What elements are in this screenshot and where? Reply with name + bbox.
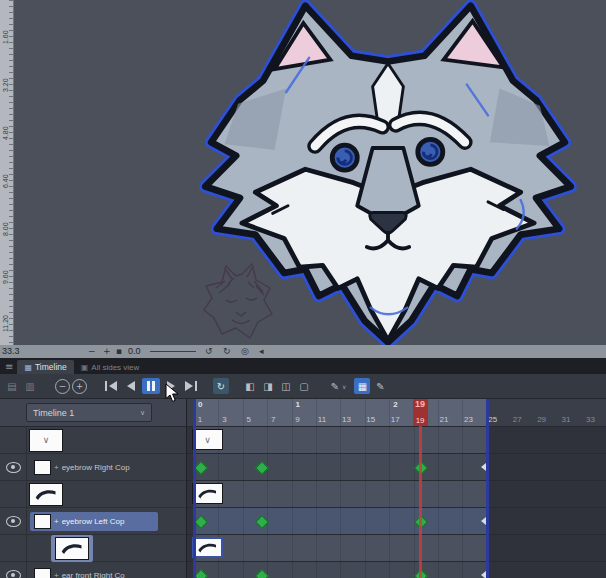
layer-item-ear-front-right[interactable]: + ear front Right Co <box>30 566 129 578</box>
frame-label: 31 <box>560 415 572 424</box>
playhead-frame-number: 19 <box>415 400 425 409</box>
cel-thumbnail-selected[interactable] <box>55 537 89 560</box>
layer-thumbnail <box>34 568 51 578</box>
eye-column <box>0 535 27 561</box>
range-bg <box>194 481 487 507</box>
eye-column <box>0 481 27 507</box>
track-cel-thumbnail-selected[interactable] <box>192 537 223 558</box>
track-area: 19 19 -4-2012135791113151721232527293133… <box>186 399 606 578</box>
edit-tool-icon[interactable]: ✎ <box>327 378 343 394</box>
timeline-zoom-out-button[interactable]: − <box>55 379 70 394</box>
vertical-ruler: 1.60 3.20 4.80 6.40 8.00 9.60 11.20 <box>0 0 14 345</box>
bar-glyph <box>105 381 107 391</box>
timeline-selector-row: Timeline 1 ∨ <box>0 399 186 427</box>
reset-view-icon[interactable]: ◎ <box>241 345 249 358</box>
mouse-cursor <box>165 383 179 403</box>
pen-icon[interactable]: ✎ <box>372 378 388 394</box>
timeline-zoom-in-button[interactable]: + <box>72 379 87 394</box>
rotation-slider[interactable] <box>150 351 196 352</box>
frame-label: 5 <box>243 415 255 424</box>
rotate-ccw-icon[interactable]: ↺ <box>205 345 213 358</box>
frame-label: 23 <box>462 415 474 424</box>
frame-label: 33 <box>584 415 596 424</box>
track-row-cel[interactable]: ∨ <box>186 427 606 454</box>
playhead[interactable]: 19 19 <box>413 399 428 426</box>
layer-header-row: + ear front Right Co <box>0 562 186 578</box>
rotate-cw-icon[interactable]: ↻ <box>223 345 231 358</box>
layer-name: eyebrow Left Cop <box>62 517 125 526</box>
track-row-keyframes[interactable] <box>186 454 606 481</box>
triangle-right-glyph <box>185 381 193 391</box>
frame-label: 11 <box>316 415 328 424</box>
second-mark: 2 <box>393 400 397 409</box>
track-row-cel[interactable] <box>186 535 606 562</box>
layer-cel-row <box>0 535 186 562</box>
cel-thumbnail[interactable] <box>29 483 63 506</box>
track-cel-thumbnail[interactable] <box>192 483 223 504</box>
track-row-keyframes[interactable] <box>186 562 606 578</box>
chevron-down-icon: ∨ <box>140 409 145 417</box>
tab-all-sides-view[interactable]: ▣ All sides view <box>74 360 147 374</box>
frame-label: 9 <box>292 415 304 424</box>
pause-button[interactable] <box>142 378 160 394</box>
layer-header-row: + eyebrow Right Cop <box>0 454 186 481</box>
zoom-in-button[interactable]: + <box>103 345 111 358</box>
rotation-readout: 0.0 <box>128 345 141 358</box>
onion-skin-prev-icon[interactable]: ◧ <box>242 378 258 394</box>
second-mark: 0 <box>198 400 202 409</box>
cel-thumbnail[interactable]: ∨ <box>29 429 63 452</box>
all-sides-tab-icon: ▣ <box>81 363 89 372</box>
layer-thumbnail <box>34 460 51 475</box>
timeline-list-icon[interactable]: ▥ <box>22 378 38 394</box>
loop-playback-button[interactable]: ↻ <box>213 378 229 394</box>
light-table-icon[interactable]: ◫ <box>278 378 294 394</box>
expand-plus-icon[interactable]: + <box>54 463 59 472</box>
go-to-end-button[interactable] <box>182 378 200 394</box>
ruler-mark: 11.20 <box>2 315 9 332</box>
layer-cel-row <box>0 481 186 508</box>
timeline-selector[interactable]: Timeline 1 ∨ <box>26 403 152 422</box>
range-end-marker[interactable] <box>486 399 489 578</box>
zoom-slider-handle[interactable]: ▪ <box>116 345 122 358</box>
panel-menu-icon[interactable]: ≡ <box>5 361 13 372</box>
layer-item-eyebrow-right[interactable]: + eyebrow Right Cop <box>30 458 134 477</box>
eye-column <box>0 427 27 453</box>
zoom-out-button[interactable]: − <box>88 345 96 358</box>
clip-end-marker <box>477 571 486 578</box>
previous-frame-button[interactable] <box>122 378 140 394</box>
range-bg <box>194 562 487 578</box>
eye-visibility-toggle[interactable] <box>6 462 21 473</box>
layer-header-row: + eyebrow Left Cop <box>0 508 186 535</box>
expand-plus-icon[interactable]: + <box>54 517 59 526</box>
range-start-marker[interactable] <box>193 399 196 578</box>
eye-visibility-toggle[interactable] <box>6 570 21 578</box>
eyebrow-thumb-art <box>194 485 221 502</box>
go-to-start-button[interactable] <box>102 378 120 394</box>
track-row-keyframes-selected[interactable] <box>186 508 606 535</box>
eyebrow-thumb-art <box>57 539 87 558</box>
expand-plus-icon[interactable]: + <box>54 571 59 578</box>
onion-skin-next-icon[interactable]: ◨ <box>260 378 276 394</box>
keyframe-toggle-icon[interactable]: ▦ <box>354 378 370 394</box>
frame-label: 27 <box>511 415 523 424</box>
new-timeline-icon[interactable]: ▤ <box>4 378 20 394</box>
timeline-tab-icon: ▦ <box>24 363 32 372</box>
sketch-wolf-artwork <box>198 260 286 345</box>
playhead-line[interactable] <box>419 426 422 578</box>
cel-thumbnail-wrap: ∨ <box>29 429 63 452</box>
tool-dropdown-icon[interactable]: ∨ <box>342 383 346 390</box>
eye-visibility-toggle[interactable] <box>6 516 21 527</box>
tab-timeline[interactable]: ▦ Timeline <box>17 360 73 374</box>
track-cel-thumbnail[interactable]: ∨ <box>192 429 223 450</box>
collapse-panel-icon[interactable]: ◂ <box>259 345 264 358</box>
frame-ruler[interactable]: 19 19 -4-2012135791113151721232527293133 <box>186 399 606 427</box>
eye-column <box>0 454 27 480</box>
timeline-tab-bar: ≡ ▦ Timeline ▣ All sides view <box>0 358 606 374</box>
new-cel-icon[interactable]: ▢ <box>296 378 312 394</box>
layer-item-eyebrow-left[interactable]: + eyebrow Left Cop <box>30 512 158 531</box>
track-row-cel[interactable] <box>186 481 606 508</box>
ruler-mark: 8.00 <box>2 222 9 236</box>
canvas-viewport[interactable]: 1.60 3.20 4.80 6.40 8.00 9.60 11.20 <box>0 0 606 345</box>
triangle-left-glyph <box>127 381 135 391</box>
cel-thumbnail-wrap <box>51 535 93 562</box>
